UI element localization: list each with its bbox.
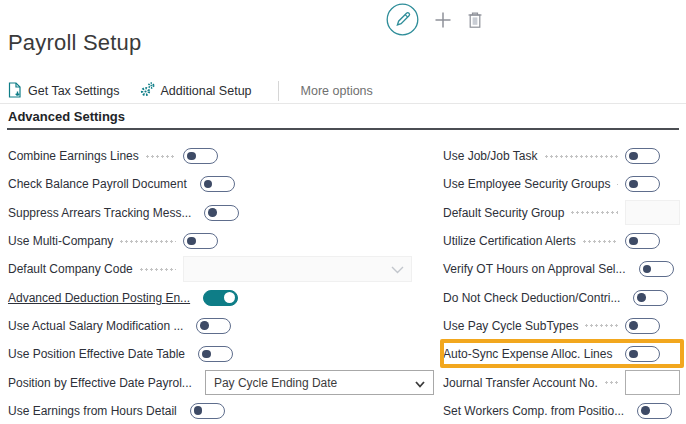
settings-row: Utilize Certification Alerts xyxy=(440,227,686,255)
text-input[interactable] xyxy=(625,200,680,225)
field-control xyxy=(200,176,429,192)
toggle-switch[interactable] xyxy=(183,148,218,164)
toggle-knob xyxy=(629,321,638,330)
settings-column-left: Combine Earnings LinesCheck Balance Payr… xyxy=(8,142,412,424)
chevron-down-icon xyxy=(415,374,425,392)
lookup-field[interactable] xyxy=(183,256,412,282)
field-control xyxy=(625,233,686,249)
settings-row: Position by Effective Date Payrol...Pay … xyxy=(8,368,412,396)
toolbar-item-label: Additional Setup xyxy=(161,84,252,98)
field-control xyxy=(203,290,432,306)
toggle-knob xyxy=(224,292,235,303)
field-control xyxy=(625,370,686,395)
toggle-switch[interactable] xyxy=(183,233,218,249)
field-label: Auto-Sync Expense Alloc. Lines xyxy=(443,347,612,361)
add-icon[interactable] xyxy=(434,11,452,29)
dotted-leader xyxy=(584,312,618,340)
field-control xyxy=(204,205,433,221)
action-toolbar: Get Tax Settings Additional Setup More o… xyxy=(8,80,373,102)
gears-icon xyxy=(140,82,155,100)
toggle-knob xyxy=(194,406,203,415)
dotted-leader xyxy=(145,142,176,170)
field-label: Suppress Arrears Tracking Mess... xyxy=(8,206,191,220)
settings-row: Check Balance Payroll Document xyxy=(8,170,412,198)
toggle-switch[interactable] xyxy=(637,403,672,419)
field-control xyxy=(637,403,686,419)
toggle-knob xyxy=(629,350,638,359)
settings-row: Use Actual Salary Modification ... xyxy=(8,312,412,340)
field-label: Default Company Code xyxy=(8,262,133,276)
field-control xyxy=(625,318,686,334)
settings-column-right: Use Job/Job TaskUse Employee Security Gr… xyxy=(440,142,686,424)
page-title: Payroll Setup xyxy=(8,30,141,56)
toggle-switch[interactable] xyxy=(625,318,660,334)
dotted-leader xyxy=(139,255,176,283)
select-field[interactable]: Pay Cycle Ending Date xyxy=(205,370,434,395)
field-control xyxy=(190,403,419,419)
field-control xyxy=(183,233,412,249)
get-tax-settings-button[interactable]: Get Tax Settings xyxy=(8,82,120,101)
toggle-switch[interactable] xyxy=(200,176,235,192)
settings-row: Use Pay Cycle SubTypes xyxy=(440,312,686,340)
field-control xyxy=(625,200,686,225)
settings-row: Combine Earnings Lines xyxy=(8,142,412,170)
field-label: Use Job/Job Task xyxy=(443,149,538,163)
toggle-switch[interactable] xyxy=(625,148,660,164)
text-input[interactable] xyxy=(625,370,680,395)
settings-row: Do Not Check Deduction/Contri... xyxy=(440,283,686,311)
delete-icon[interactable] xyxy=(467,11,483,29)
field-label: Use Employee Security Groups xyxy=(443,177,610,191)
toggle-knob xyxy=(643,265,652,274)
field-label: Utilize Certification Alerts xyxy=(443,234,576,248)
toggle-switch[interactable] xyxy=(196,318,231,334)
settings-row: Verify OT Hours on Approval Sel... xyxy=(440,255,686,283)
field-label: Advanced Deduction Posting En... xyxy=(8,291,190,305)
dotted-leader xyxy=(544,142,619,170)
settings-row: Use Job/Job Task xyxy=(440,142,686,170)
settings-row-highlighted: Auto-Sync Expense Alloc. Lines xyxy=(440,340,686,368)
toggle-switch[interactable] xyxy=(639,261,674,277)
settings-row: Suppress Arrears Tracking Mess... xyxy=(8,199,412,227)
toggle-knob xyxy=(204,180,213,189)
toggle-switch[interactable] xyxy=(198,346,233,362)
settings-row: Journal Transfer Account No. xyxy=(440,368,686,396)
field-label: Position by Effective Date Payrol... xyxy=(8,376,192,390)
settings-row: Set Workers Comp. from Positio... xyxy=(440,397,686,424)
field-control xyxy=(183,148,412,164)
toggle-knob xyxy=(637,293,646,302)
settings-row: Use Employee Security Groups xyxy=(440,170,686,198)
toggle-switch[interactable] xyxy=(625,233,660,249)
select-value: Pay Cycle Ending Date xyxy=(214,376,337,390)
field-label: Do Not Check Deduction/Contri... xyxy=(443,291,620,305)
toolbar-item-label: Get Tax Settings xyxy=(28,84,120,98)
field-control xyxy=(633,290,686,306)
toggle-knob xyxy=(629,237,638,246)
field-control xyxy=(183,256,412,282)
toggle-knob xyxy=(629,152,638,161)
toolbar-divider xyxy=(0,103,686,104)
field-control: Pay Cycle Ending Date xyxy=(205,370,434,395)
field-control xyxy=(625,176,686,192)
toggle-switch[interactable] xyxy=(625,346,660,362)
toggle-switch[interactable] xyxy=(190,403,225,419)
field-label: Use Multi-Company xyxy=(8,234,113,248)
section-heading-rule xyxy=(7,128,679,130)
toggle-knob xyxy=(187,237,196,246)
toggle-switch[interactable] xyxy=(204,205,239,221)
toolbar-separator xyxy=(278,81,279,101)
toggle-knob xyxy=(202,350,211,359)
field-label: Use Position Effective Date Table xyxy=(8,347,185,361)
toggle-knob xyxy=(200,321,209,330)
settings-row: Use Position Effective Date Table xyxy=(8,340,412,368)
settings-row: Default Security Group xyxy=(440,199,686,227)
settings-row: Use Multi-Company xyxy=(8,227,412,255)
toggle-switch[interactable] xyxy=(625,176,660,192)
toggle-switch[interactable] xyxy=(203,290,238,306)
field-control xyxy=(639,261,686,277)
edit-pencil-icon[interactable] xyxy=(386,3,419,36)
field-label: Set Workers Comp. from Positio... xyxy=(443,404,624,418)
toggle-switch[interactable] xyxy=(633,290,668,306)
additional-setup-button[interactable]: Additional Setup xyxy=(140,82,252,100)
more-options-button[interactable]: More options xyxy=(301,84,373,98)
field-control xyxy=(625,346,686,362)
